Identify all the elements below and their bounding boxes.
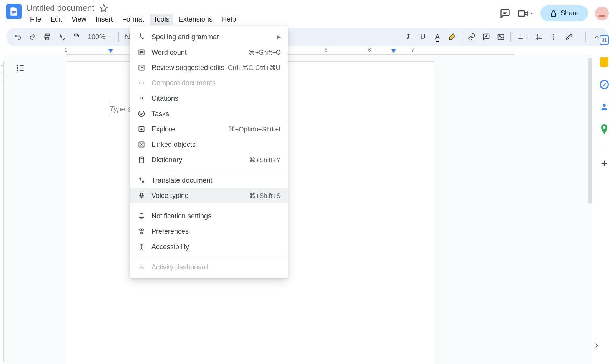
- separator: [600, 146, 609, 146]
- spellcheck-button[interactable]: [55, 30, 68, 43]
- add-comment-button[interactable]: [480, 30, 493, 43]
- svg-point-26: [17, 65, 18, 66]
- menu-notification-settings[interactable]: Notification settings: [130, 208, 288, 224]
- italic-button[interactable]: I: [402, 30, 415, 43]
- menu-spelling-grammar[interactable]: Spelling and grammar ▶: [130, 29, 288, 45]
- menu-dictionary[interactable]: Dictionary ⌘+Shift+Y: [130, 152, 288, 168]
- chevron-down-icon: [529, 11, 534, 16]
- svg-point-46: [141, 232, 143, 234]
- microphone-icon: [137, 192, 146, 199]
- document-outline-button[interactable]: [15, 63, 25, 73]
- menu-linked-objects[interactable]: Linked objects: [130, 137, 288, 152]
- svg-point-30: [17, 70, 18, 71]
- compare-icon: [137, 79, 146, 87]
- align-button[interactable]: [514, 30, 531, 43]
- menu-accessibility[interactable]: Accessibility: [130, 239, 288, 254]
- comment-history-icon[interactable]: [500, 8, 510, 19]
- right-indent-marker[interactable]: [391, 49, 396, 53]
- submenu-arrow-icon: ▶: [277, 34, 281, 40]
- explore-icon: [137, 125, 146, 133]
- highlight-color-button[interactable]: [445, 30, 459, 43]
- more-button[interactable]: [547, 30, 560, 43]
- meet-button[interactable]: [517, 8, 534, 19]
- menu-file[interactable]: File: [26, 14, 45, 25]
- docs-logo-icon[interactable]: [6, 4, 22, 19]
- print-button[interactable]: [41, 30, 54, 43]
- keep-icon[interactable]: [599, 57, 610, 68]
- contacts-icon[interactable]: [599, 101, 610, 112]
- bell-icon: [137, 212, 146, 220]
- menu-format[interactable]: Format: [118, 14, 148, 25]
- review-edits-icon: [137, 64, 146, 71]
- menu-activity-dashboard: Activity dashboard: [130, 259, 288, 275]
- line-spacing-button[interactable]: [532, 30, 545, 43]
- star-icon[interactable]: [100, 4, 108, 12]
- document-title[interactable]: Untitled document: [26, 3, 94, 13]
- svg-point-49: [603, 126, 606, 129]
- insert-image-button[interactable]: [494, 30, 507, 43]
- svg-rect-43: [141, 193, 143, 196]
- side-panel: 31: [593, 30, 615, 169]
- svg-rect-8: [551, 13, 556, 16]
- svg-point-25: [553, 38, 554, 40]
- svg-point-37: [139, 111, 145, 117]
- side-panel-toggle[interactable]: [587, 336, 606, 355]
- horizontal-ruler[interactable]: 1 5 6 7: [0, 47, 615, 55]
- menu-preferences[interactable]: Preferences: [130, 224, 288, 239]
- avatar[interactable]: [595, 7, 609, 20]
- undo-button[interactable]: [12, 30, 25, 43]
- add-addon-button[interactable]: [599, 158, 610, 169]
- spellcheck-icon: [137, 33, 146, 41]
- menu-tasks[interactable]: Tasks: [130, 106, 288, 121]
- vertical-ruler[interactable]: [0, 61, 4, 361]
- underline-button[interactable]: U: [416, 30, 429, 43]
- svg-point-23: [553, 34, 554, 35]
- document-canvas: Type @: [4, 55, 592, 364]
- activity-icon: [137, 263, 146, 271]
- linked-objects-icon: [137, 141, 146, 148]
- menu-translate-document[interactable]: Translate document: [130, 173, 288, 188]
- redo-button[interactable]: [26, 30, 39, 43]
- editing-mode-button[interactable]: [562, 30, 581, 43]
- svg-rect-6: [518, 11, 524, 16]
- menu-citations[interactable]: Citations: [130, 91, 288, 106]
- dictionary-icon: [137, 156, 146, 164]
- preferences-icon: [137, 228, 146, 235]
- svg-marker-3: [100, 5, 107, 12]
- svg-point-47: [141, 244, 142, 245]
- menu-review-suggested-edits[interactable]: Review suggested edits Ctrl+⌘O Ctrl+⌘U: [130, 60, 288, 75]
- svg-rect-1: [12, 12, 16, 13]
- zoom-select[interactable]: 100%: [85, 33, 115, 41]
- text-color-button[interactable]: A: [431, 30, 444, 43]
- menu-explore[interactable]: Explore ⌘+Option+Shift+I: [130, 121, 288, 137]
- paint-format-button[interactable]: [70, 30, 83, 43]
- citations-icon: [137, 95, 146, 102]
- menu-extensions[interactable]: Extensions: [175, 14, 216, 25]
- svg-rect-0: [12, 11, 16, 12]
- svg-rect-2: [12, 13, 14, 14]
- separator: [462, 32, 462, 42]
- menu-word-count[interactable]: Word count ⌘+Shift+C: [130, 45, 288, 60]
- vertical-scrollbar[interactable]: [588, 58, 592, 204]
- svg-point-16: [499, 36, 500, 37]
- menu-bar: File Edit View Insert Format Tools Exten…: [26, 14, 500, 25]
- menu-help[interactable]: Help: [218, 14, 240, 25]
- menu-insert[interactable]: Insert: [92, 14, 117, 25]
- left-indent-marker[interactable]: [108, 49, 113, 53]
- toolbar: 100% No I U A: [6, 28, 609, 46]
- menu-view[interactable]: View: [68, 14, 90, 25]
- menu-separator: [130, 206, 288, 206]
- lock-icon: [550, 10, 557, 17]
- maps-icon[interactable]: [599, 124, 610, 135]
- calendar-icon[interactable]: 31: [599, 35, 610, 45]
- menu-edit[interactable]: Edit: [47, 14, 66, 25]
- insert-link-button[interactable]: [465, 30, 478, 43]
- menu-tools[interactable]: Tools: [150, 14, 173, 25]
- separator: [118, 32, 119, 42]
- separator: [510, 32, 511, 42]
- accessibility-icon: [137, 243, 146, 251]
- tasks-panel-icon[interactable]: [599, 79, 610, 90]
- svg-point-45: [141, 229, 143, 231]
- share-button[interactable]: Share: [540, 5, 588, 21]
- menu-voice-typing[interactable]: Voice typing ⌘+Shift+S: [130, 188, 288, 203]
